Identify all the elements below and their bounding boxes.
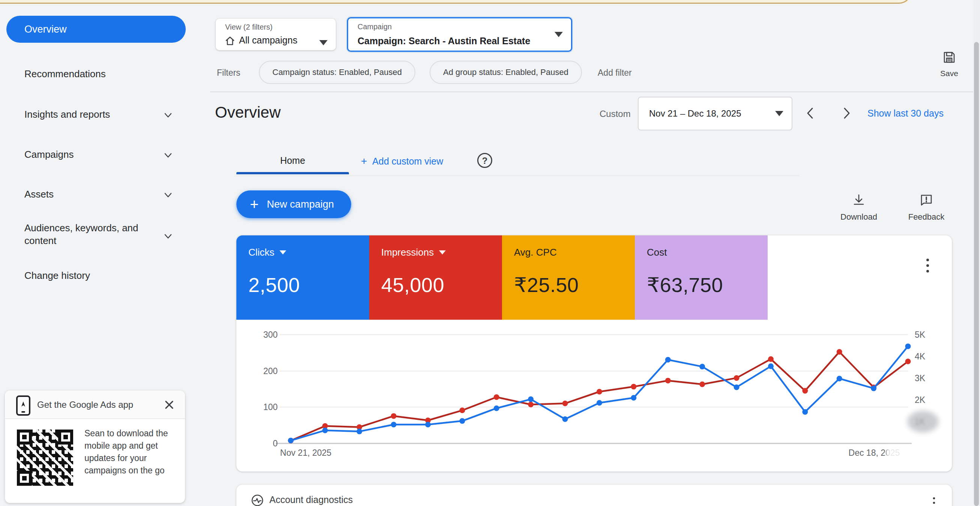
scorecard-row: Clicks 2,500 Impressions 45,000 Avg. CPC… bbox=[236, 235, 768, 320]
sidebar-item-overview[interactable]: Overview bbox=[6, 16, 186, 43]
plus-icon: + bbox=[250, 191, 259, 217]
view-filter-value: All campaigns bbox=[239, 35, 298, 46]
performance-chart: 300 200 100 0 5K 4K 3K 2K 1K Nov 21, 202… bbox=[236, 320, 952, 471]
feedback-icon bbox=[919, 202, 934, 209]
account-diagnostics-panel[interactable]: Account diagnostics bbox=[236, 485, 952, 506]
download-label: Download bbox=[834, 212, 883, 222]
campaign-scope-label: Campaign bbox=[358, 22, 392, 31]
app-promo-title: Get the Google Ads app bbox=[37, 390, 133, 419]
scorecard-value: 45,000 bbox=[381, 273, 502, 297]
home-icon bbox=[225, 36, 235, 48]
toolbar-divider bbox=[210, 92, 974, 92]
dropdown-caret-icon bbox=[319, 40, 328, 45]
save-button[interactable]: Save bbox=[932, 50, 966, 78]
new-campaign-label: New campaign bbox=[267, 199, 334, 210]
right-axis-tick: 2K bbox=[915, 395, 941, 405]
sidebar-item-change-history[interactable]: Change history bbox=[24, 269, 90, 282]
download-icon bbox=[851, 202, 866, 209]
save-label: Save bbox=[932, 69, 966, 78]
left-axis-tick: 100 bbox=[251, 402, 278, 412]
diagnostics-more-options-button[interactable] bbox=[931, 495, 937, 506]
sidebar-item-audiences-keywords-content[interactable]: Audiences, keywords, and content bbox=[24, 222, 163, 247]
window-frame-border bbox=[0, 0, 912, 4]
sidebar-item-recommendations[interactable]: Recommendations bbox=[24, 67, 106, 80]
scorecard-metric-selector[interactable]: Impressions bbox=[381, 247, 434, 258]
app-promo-header: Get the Google Ads app bbox=[5, 390, 185, 419]
save-icon bbox=[942, 59, 956, 66]
view-filter-dropdown[interactable]: View (2 filters) All campaigns bbox=[216, 19, 336, 50]
qr-code bbox=[17, 430, 73, 486]
app-promo-text: Sean to download the mobile app and get … bbox=[84, 427, 180, 477]
page-title: Overview bbox=[215, 103, 281, 121]
chevron-down-icon bbox=[280, 251, 286, 254]
add-custom-view-button[interactable]: +Add custom view bbox=[361, 155, 443, 167]
right-axis-tick: 5K bbox=[915, 330, 941, 340]
cursor-artifact bbox=[886, 446, 914, 462]
scorecard-impressions[interactable]: Impressions 45,000 bbox=[369, 235, 502, 320]
sidebar-item-assets[interactable]: Assets bbox=[24, 188, 54, 200]
google-ads-overview-page: Overview Recommendations Insights and re… bbox=[0, 0, 980, 506]
left-axis-tick: 200 bbox=[251, 366, 278, 376]
scorecard-value: 2,500 bbox=[248, 273, 369, 297]
scorecard-clicks[interactable]: Clicks 2,500 bbox=[236, 235, 369, 320]
scorecard-metric-selector[interactable]: Avg. CPC bbox=[514, 247, 557, 258]
help-icon[interactable]: ? bbox=[477, 153, 492, 168]
right-axis-tick: 4K bbox=[915, 352, 941, 362]
scorecard-value: ₹63,750 bbox=[647, 273, 768, 297]
show-last-30-days-link[interactable]: Show last 30 days bbox=[867, 108, 943, 119]
plus-icon: + bbox=[361, 155, 367, 167]
add-filter-button[interactable]: Add filter bbox=[598, 68, 632, 78]
filters-label: Filters bbox=[217, 68, 240, 78]
mobile-phone-icon bbox=[16, 395, 30, 417]
add-custom-view-label: Add custom view bbox=[372, 156, 443, 167]
campaign-scope-value: Campaign: Search - Austin Real Estate bbox=[358, 36, 530, 46]
new-campaign-button[interactable]: + New campaign bbox=[236, 190, 351, 218]
active-tab-underline bbox=[236, 172, 349, 174]
dropdown-caret-icon bbox=[555, 32, 563, 37]
left-axis-tick: 300 bbox=[251, 330, 278, 340]
chevron-down-icon bbox=[163, 190, 173, 200]
sidebar-item-campaigns[interactable]: Campaigns bbox=[24, 148, 74, 161]
chevron-down-icon bbox=[163, 150, 173, 160]
tab-home[interactable]: Home bbox=[236, 155, 349, 166]
scorecard-cost[interactable]: Cost ₹63,750 bbox=[635, 235, 768, 320]
previous-date-range-button[interactable] bbox=[803, 106, 818, 121]
feedback-button[interactable]: Feedback bbox=[902, 193, 951, 222]
chevron-down-icon bbox=[163, 110, 173, 120]
sidebar-item-insights-and-reports[interactable]: Insights and reports bbox=[24, 108, 110, 121]
download-button[interactable]: Download bbox=[834, 193, 883, 222]
dropdown-caret-icon bbox=[775, 111, 783, 116]
overview-summary-panel: Clicks 2,500 Impressions 45,000 Avg. CPC… bbox=[236, 235, 952, 471]
date-mode-label: Custom bbox=[600, 109, 631, 119]
next-date-range-button[interactable] bbox=[839, 106, 854, 121]
right-axis-tick: 3K bbox=[915, 373, 941, 384]
date-range-picker[interactable]: Nov 21 – Dec 18, 2025 bbox=[638, 97, 792, 130]
scorecard-metric-selector[interactable]: Clicks bbox=[248, 247, 274, 258]
account-diagnostics-icon bbox=[250, 493, 265, 506]
panel-more-options-button[interactable] bbox=[924, 255, 931, 276]
scrollbar-thumb[interactable] bbox=[974, 42, 979, 506]
tab-divider bbox=[236, 175, 799, 176]
left-axis-tick: 0 bbox=[251, 439, 278, 449]
close-icon[interactable] bbox=[163, 399, 175, 411]
campaign-scope-dropdown[interactable]: Campaign Campaign: Search - Austin Real … bbox=[347, 17, 572, 52]
cursor-artifact bbox=[907, 411, 939, 433]
filter-chip-ad-group-status[interactable]: Ad group status: Enabled, Paused bbox=[430, 61, 582, 84]
filter-chip-campaign-status[interactable]: Campaign status: Enabled, Paused bbox=[259, 61, 415, 84]
app-promo-card: Get the Google Ads app Sean to download … bbox=[5, 390, 185, 503]
x-axis-start-label: Nov 21, 2025 bbox=[262, 448, 349, 458]
chevron-down-icon bbox=[439, 251, 446, 254]
feedback-label: Feedback bbox=[902, 212, 951, 222]
chevron-down-icon bbox=[163, 231, 173, 241]
account-diagnostics-title: Account diagnostics bbox=[269, 494, 353, 505]
scorecard-metric-selector[interactable]: Cost bbox=[647, 247, 667, 258]
view-filter-label: View (2 filters) bbox=[225, 23, 272, 32]
scorecard-value: ₹25.50 bbox=[514, 273, 635, 297]
date-range-value: Nov 21 – Dec 18, 2025 bbox=[649, 108, 741, 119]
scorecard-avg-cpc[interactable]: Avg. CPC ₹25.50 bbox=[502, 235, 635, 320]
